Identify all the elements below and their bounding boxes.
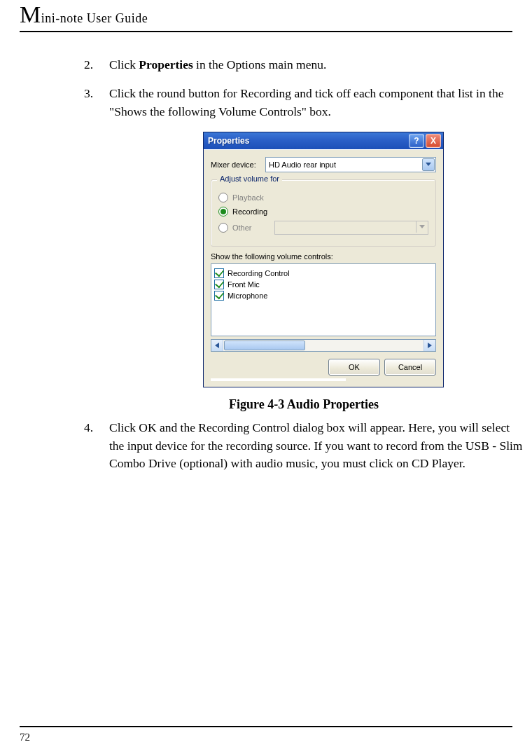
radio-playback[interactable]: Playback [218,193,428,202]
close-button[interactable]: X [426,134,441,148]
step-3: 3. Click the round button for Recording … [84,85,524,121]
step-text: Click the round button for Recording and… [109,85,524,121]
radio-label: Recording [232,207,267,216]
checkbox-icon [214,268,224,278]
step-list: 2. Click Properties in the Options main … [84,56,524,121]
mixer-select[interactable]: HD Audio rear input [265,157,436,172]
page-number: 72 [20,731,512,743]
ok-button[interactable]: OK [328,359,380,376]
radio-icon [218,207,228,217]
figure-caption: Figure 4-3 Audio Properties [84,397,524,412]
properties-dialog: Properties ? X Mixer device: HD Audio re… [203,132,444,387]
chevron-down-icon [416,221,427,233]
step-text: Click OK and the Recording Control dialo… [109,419,524,472]
step-number: 3. [84,85,109,121]
doc-title: Mini-note User Guide [20,11,148,25]
radio-label: Other [232,224,274,232]
mixer-value: HD Audio rear input [269,160,336,169]
group-legend: Adjust volume for [217,174,282,183]
scroll-left-icon[interactable] [211,340,223,351]
item-label: Recording Control [227,269,290,277]
scroll-thumb[interactable] [224,341,305,350]
step-2: 2. Click Properties in the Options main … [84,56,524,74]
radio-icon [218,193,228,202]
help-button[interactable]: ? [409,134,424,148]
scroll-track[interactable] [223,340,424,351]
help-icon: ? [414,136,419,146]
step-text: Click Properties in the Options main men… [109,56,524,74]
volume-controls-label: Show the following volume controls: [211,252,436,261]
content-area: 2. Click Properties in the Options main … [20,32,524,472]
step-number: 2. [84,56,109,74]
resize-bar [211,378,346,381]
list-item[interactable]: Recording Control [213,268,434,278]
list-item[interactable]: Microphone [213,291,434,301]
footer-rule [20,726,512,727]
page-header: Mini-note User Guide [20,0,512,32]
figure: Properties ? X Mixer device: HD Audio re… [123,132,524,387]
dialog-buttons: OK Cancel [211,359,436,376]
list-item[interactable]: Front Mic [213,280,434,289]
dialog-body: Mixer device: HD Audio rear input Adjust… [204,149,443,387]
dialog-titlebar[interactable]: Properties ? X [204,132,443,149]
mixer-label: Mixer device: [211,160,265,169]
page-footer: 72 [20,723,512,743]
scroll-right-icon[interactable] [424,340,435,351]
checkbox-icon [214,280,224,289]
step-number: 4. [84,419,109,472]
chevron-down-icon [422,158,435,171]
volume-controls-list[interactable]: Recording Control Front Mic Microphone [211,263,436,336]
checkbox-icon [214,291,224,301]
item-label: Front Mic [227,280,260,289]
horizontal-scrollbar[interactable] [211,339,436,352]
item-label: Microphone [227,291,267,300]
step-list-continued: 4. Click OK and the Recording Control di… [84,419,524,472]
radio-recording[interactable]: Recording [218,207,428,217]
dialog-title: Properties [208,136,407,146]
radio-other[interactable]: Other [218,221,428,235]
close-icon: X [430,136,436,146]
radio-label: Playback [232,193,264,202]
radio-icon [218,223,228,233]
step-4: 4. Click OK and the Recording Control di… [84,419,524,472]
adjust-volume-group: Adjust volume for Playback Recording Oth… [211,179,436,247]
other-select [274,221,428,235]
mixer-row: Mixer device: HD Audio rear input [211,157,436,172]
cancel-button[interactable]: Cancel [384,359,436,376]
